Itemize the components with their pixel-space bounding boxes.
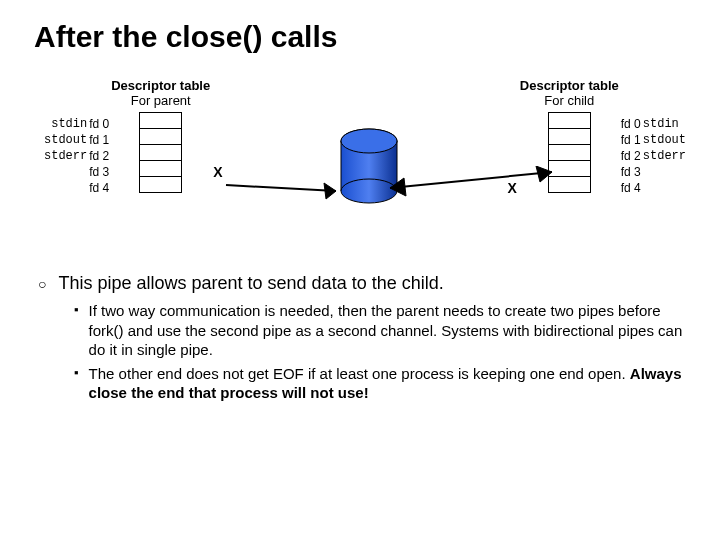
square-bullet-icon: ▪ — [74, 365, 79, 403]
parent-std-labels: stdin stdout stderr — [44, 116, 87, 164]
sub-bullet-text: If two way communication is needed, then… — [89, 301, 686, 360]
child-fd-labels: fd 0 fd 1 fd 2 fd 3 fd 4 — [621, 116, 641, 196]
svg-marker-10 — [536, 166, 552, 182]
label-stdout: stdout — [643, 132, 686, 148]
svg-marker-9 — [390, 178, 406, 196]
bullet-main-text: This pipe allows parent to send data to … — [58, 272, 443, 295]
child-descriptor-table: X Descriptor table For child fd 0 fd 1 f… — [504, 78, 686, 248]
svg-line-6 — [226, 185, 336, 191]
list-item: ▪ The other end does not get EOF if at l… — [74, 364, 686, 403]
list-item: ○ This pipe allows parent to send data t… — [34, 272, 686, 295]
hollow-circle-bullet-icon: ○ — [38, 275, 46, 295]
svg-marker-7 — [324, 183, 336, 199]
square-bullet-icon: ▪ — [74, 302, 79, 360]
child-table-header: Descriptor table — [520, 78, 619, 93]
parent-fd-labels: fd 0 fd 1 fd 2 fd 3 fd 4 — [89, 116, 109, 196]
list-item: ▪ If two way communication is needed, th… — [74, 301, 686, 360]
svg-point-5 — [341, 129, 397, 153]
child-std-labels: stdin stdout stderr — [643, 116, 686, 164]
arrow-pipe-to-child — [384, 166, 564, 206]
parent-descriptor-table: stdin stdout stderr fd 0 fd 1 fd 2 fd 3 … — [44, 78, 226, 248]
parent-closed-marker-col: X — [213, 116, 222, 196]
svg-line-8 — [390, 172, 552, 188]
label-stdin: stdin — [44, 116, 87, 132]
parent-table-header: Descriptor table — [111, 78, 210, 93]
page-title: After the close() calls — [34, 20, 686, 54]
diagram-area: stdin stdout stderr fd 0 fd 1 fd 2 fd 3 … — [34, 78, 686, 248]
label-stderr: stderr — [44, 148, 87, 164]
body-text: ○ This pipe allows parent to send data t… — [34, 272, 686, 403]
label-stderr: stderr — [643, 148, 686, 164]
child-table-sub: For child — [544, 93, 594, 108]
parent-table-grid — [139, 112, 182, 193]
label-stdin: stdin — [643, 116, 686, 132]
sub-bullet-text: The other end does not get EOF if at lea… — [89, 364, 686, 403]
arrow-parent-to-pipe — [224, 173, 354, 213]
parent-table-sub: For parent — [131, 93, 191, 108]
label-stdout: stdout — [44, 132, 87, 148]
parent-closed-x: X — [213, 164, 222, 180]
